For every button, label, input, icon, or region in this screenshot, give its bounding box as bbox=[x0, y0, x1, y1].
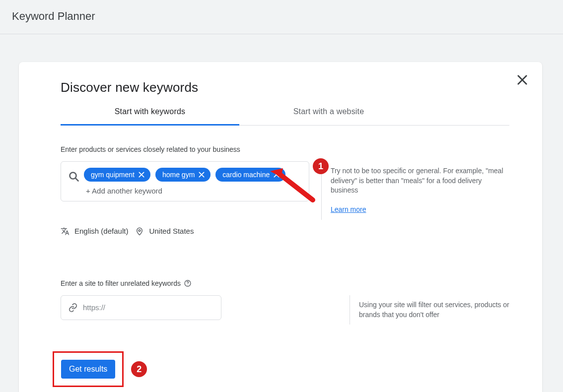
tab-start-with-keywords[interactable]: Start with keywords bbox=[61, 107, 239, 126]
annotation-badge-1: 1 bbox=[313, 158, 329, 174]
keyword-input-box[interactable]: gym quipment home gym cardio machine + A… bbox=[61, 161, 309, 201]
search-icon bbox=[68, 171, 80, 185]
chip-label: gym quipment bbox=[91, 171, 135, 179]
chip-remove-icon[interactable] bbox=[198, 171, 206, 179]
chip-label: home gym bbox=[162, 171, 195, 179]
keyword-chip: gym quipment bbox=[84, 168, 150, 182]
add-keyword-input[interactable]: + Add another keyword bbox=[84, 187, 162, 195]
annotation-badge-2: 2 bbox=[131, 361, 147, 377]
help-icon[interactable] bbox=[184, 279, 192, 287]
get-results-button[interactable]: Get results bbox=[61, 360, 115, 379]
card-title: Discover new keywords bbox=[44, 80, 509, 95]
svg-point-14 bbox=[187, 285, 188, 285]
translate-icon bbox=[61, 227, 70, 236]
site-section-label: Enter a site to filter unrelated keyword… bbox=[61, 279, 181, 287]
chip-remove-icon[interactable] bbox=[273, 171, 281, 179]
language-location-row: English (default) United States bbox=[61, 227, 509, 236]
svg-point-12 bbox=[139, 230, 141, 232]
chip-label: cardio machine bbox=[222, 171, 270, 179]
keyword-tip: Try not to be too specific or general. F… bbox=[321, 161, 509, 220]
learn-more-link[interactable]: Learn more bbox=[331, 205, 366, 213]
tabs: Start with keywords Start with a website bbox=[61, 107, 509, 126]
site-tip: Using your site will filter out services… bbox=[350, 295, 509, 325]
keyword-tip-text: Try not to be too specific or general. F… bbox=[331, 167, 503, 194]
annotation-highlight-box: Get results 2 bbox=[53, 351, 124, 387]
discover-card: Discover new keywords Start with keyword… bbox=[19, 62, 542, 392]
language-value[interactable]: English (default) bbox=[74, 227, 128, 235]
site-url-placeholder: https:// bbox=[83, 303, 105, 312]
location-pin-icon bbox=[135, 227, 144, 236]
svg-line-3 bbox=[75, 178, 78, 181]
location-value[interactable]: United States bbox=[149, 227, 194, 235]
close-icon[interactable] bbox=[515, 73, 529, 87]
keyword-chip: cardio machine bbox=[215, 168, 285, 182]
keyword-section-label: Enter products or services closely relat… bbox=[44, 145, 509, 153]
keyword-chip: home gym bbox=[155, 168, 211, 182]
page-title: Keyword Planner bbox=[0, 0, 563, 34]
chip-remove-icon[interactable] bbox=[138, 171, 145, 179]
site-url-input[interactable]: https:// bbox=[61, 295, 221, 320]
link-icon bbox=[68, 303, 78, 313]
tab-start-with-website[interactable]: Start with a website bbox=[239, 107, 418, 125]
